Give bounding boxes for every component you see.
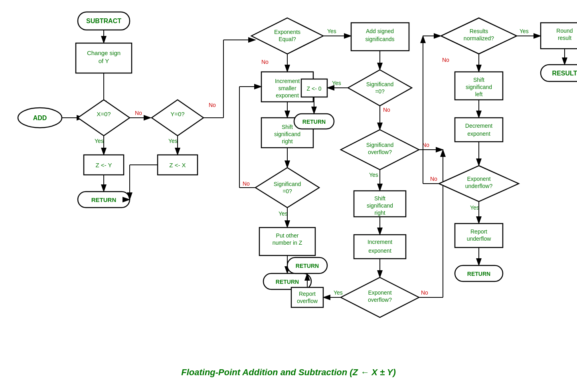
svg-text:Yes: Yes: [334, 289, 343, 296]
svg-text:underflow?: underflow?: [465, 183, 493, 189]
svg-text:exponent: exponent: [276, 92, 299, 99]
svg-text:Increment: Increment: [275, 78, 300, 84]
svg-text:Yes: Yes: [95, 138, 104, 144]
svg-text:No: No: [421, 289, 428, 296]
svg-text:No: No: [135, 110, 142, 116]
svg-text:significand: significand: [466, 84, 492, 90]
svg-marker-74: [348, 70, 412, 106]
svg-text:X=0?: X=0?: [97, 111, 111, 117]
svg-text:=0?: =0?: [283, 188, 292, 194]
svg-text:RETURN: RETURN: [91, 196, 117, 203]
svg-text:Floating-Point Addition and Su: Floating-Point Addition and Subtraction …: [181, 367, 396, 377]
svg-text:No: No: [209, 102, 216, 108]
svg-text:Report: Report: [470, 228, 487, 235]
svg-marker-55: [255, 168, 319, 208]
svg-text:Shift: Shift: [374, 195, 385, 202]
svg-text:significands: significands: [365, 36, 394, 42]
svg-text:Yes: Yes: [332, 80, 341, 86]
svg-text:number in Z: number in Z: [273, 240, 302, 246]
svg-rect-134: [455, 118, 503, 142]
svg-text:Significand: Significand: [366, 142, 394, 148]
svg-text:Exponent: Exponent: [467, 176, 490, 182]
svg-text:normalized?: normalized?: [464, 35, 494, 42]
svg-text:No: No: [261, 59, 269, 65]
svg-text:RETURN: RETURN: [276, 279, 299, 285]
svg-marker-15: [152, 100, 204, 136]
svg-text:Z <- Y: Z <- Y: [96, 162, 112, 168]
svg-text:Shift: Shift: [473, 77, 484, 83]
svg-text:Decrement: Decrement: [465, 123, 493, 129]
svg-text:right: right: [282, 138, 292, 145]
svg-text:right: right: [374, 210, 385, 216]
svg-text:No: No: [383, 107, 390, 113]
svg-text:RETURN: RETURN: [302, 119, 326, 125]
svg-text:Y=0?: Y=0?: [170, 111, 184, 117]
svg-text:Yes: Yes: [520, 28, 529, 34]
svg-text:Exponents: Exponents: [274, 29, 300, 35]
svg-text:Yes: Yes: [327, 28, 336, 34]
svg-text:RETURN: RETURN: [296, 263, 319, 269]
svg-text:overflow?: overflow?: [368, 149, 392, 155]
svg-text:No: No: [243, 180, 250, 187]
svg-text:Yes: Yes: [279, 210, 288, 217]
svg-text:Exponent: Exponent: [368, 289, 391, 296]
svg-text:Shift: Shift: [282, 124, 293, 130]
svg-text:Report: Report: [299, 291, 316, 297]
svg-text:Results: Results: [470, 28, 488, 34]
svg-text:smaller: smaller: [278, 85, 296, 91]
svg-text:overflow: overflow: [297, 298, 318, 304]
svg-text:underflow: underflow: [467, 236, 492, 242]
svg-marker-11: [78, 100, 130, 136]
svg-text:left: left: [475, 91, 483, 97]
svg-text:significand: significand: [274, 131, 300, 137]
svg-text:Add signed: Add signed: [366, 28, 394, 34]
svg-text:overflow?: overflow?: [368, 297, 392, 303]
svg-text:=0?: =0?: [375, 88, 385, 95]
svg-text:Yes: Yes: [470, 204, 479, 211]
flowchart-canvas: SUBTRACT Change sign of Y ADD X=0? No Y=…: [0, 0, 577, 392]
svg-text:Put other: Put other: [276, 232, 299, 239]
svg-text:SUBTRACT: SUBTRACT: [86, 18, 121, 24]
svg-text:RETURN: RETURN: [467, 271, 490, 277]
svg-text:Equal?: Equal?: [279, 36, 296, 42]
svg-text:exponent: exponent: [467, 131, 490, 137]
svg-text:Z <- 0: Z <- 0: [307, 85, 322, 92]
svg-text:exponent: exponent: [368, 247, 391, 254]
svg-text:result: result: [558, 35, 571, 41]
svg-text:Z <- X: Z <- X: [169, 162, 186, 168]
svg-text:Significand: Significand: [366, 81, 394, 87]
svg-text:Round: Round: [556, 28, 573, 34]
svg-text:Yes: Yes: [369, 172, 378, 178]
svg-rect-98: [354, 235, 406, 259]
svg-text:Significand: Significand: [274, 181, 301, 187]
svg-text:ADD: ADD: [33, 115, 47, 121]
svg-text:Yes: Yes: [168, 138, 178, 144]
svg-text:No: No: [430, 176, 437, 182]
svg-text:Change sign: Change sign: [87, 49, 121, 56]
svg-text:Increment: Increment: [368, 239, 392, 245]
svg-text:No: No: [442, 57, 449, 63]
svg-text:RESULT: RESULT: [552, 70, 577, 77]
svg-text:significand: significand: [367, 202, 393, 209]
svg-text:of Y: of Y: [99, 57, 109, 64]
